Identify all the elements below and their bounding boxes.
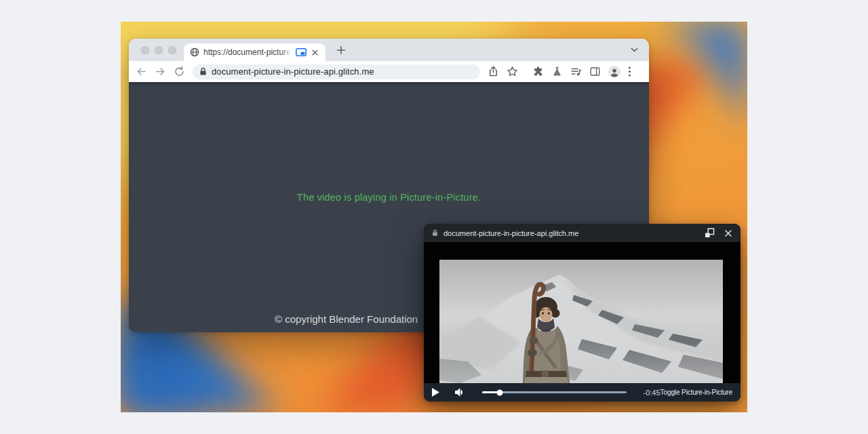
kebab-menu-icon	[628, 66, 631, 77]
extensions-puzzle-icon	[532, 66, 544, 77]
side-panel-icon	[589, 66, 601, 77]
forward-button[interactable]	[155, 66, 166, 77]
pip-titlebar[interactable]: document-picture-in-picture-api.glitch.m…	[424, 224, 741, 242]
address-bar[interactable]: document-picture-in-picture-api.glitch.m…	[193, 64, 480, 79]
video-controls: -0:45 Toggle Picture-in-Picture	[424, 383, 741, 401]
profile-button[interactable]	[608, 66, 620, 78]
back-arrow-icon	[136, 66, 147, 77]
volume-icon	[454, 387, 465, 397]
extensions-button[interactable]	[532, 66, 544, 77]
new-tab-plus-icon[interactable]	[336, 45, 346, 55]
share-button[interactable]	[488, 66, 499, 77]
video-frame	[439, 260, 723, 383]
pip-indicator-icon	[296, 48, 307, 56]
flask-extension-button[interactable]	[551, 66, 563, 77]
bookmark-button[interactable]	[507, 66, 518, 77]
copyright-text: © copyright Blender Foundation	[275, 313, 418, 325]
globe-icon	[190, 47, 199, 57]
seek-bar[interactable]	[482, 391, 627, 393]
flask-extension-icon	[551, 66, 563, 77]
address-url: document-picture-in-picture-api.glitch.m…	[212, 66, 374, 77]
media-controls-icon	[570, 66, 582, 77]
volume-button[interactable]	[454, 387, 465, 397]
back-button[interactable]	[136, 66, 147, 77]
window-zoom-button[interactable]	[168, 46, 176, 54]
desktop: https://document-picture-	[121, 22, 747, 412]
pip-video-area[interactable]	[424, 242, 741, 383]
pip-title-url: document-picture-in-picture-api.glitch.m…	[443, 229, 699, 237]
close-icon[interactable]	[724, 229, 732, 237]
browser-tab[interactable]: https://document-picture-	[184, 43, 326, 61]
time-remaining: -0:45	[643, 389, 660, 397]
toggle-pip-button[interactable]: Toggle Picture-in-Picture	[660, 389, 732, 396]
forward-arrow-icon	[155, 66, 166, 77]
tab-close-icon[interactable]	[311, 48, 319, 57]
window-controls	[141, 46, 176, 54]
tab-strip: https://document-picture-	[129, 39, 649, 61]
star-icon	[507, 66, 518, 77]
share-icon	[488, 66, 499, 77]
side-panel-button[interactable]	[589, 66, 601, 77]
reload-icon	[174, 66, 185, 77]
lock-icon	[199, 67, 207, 76]
pip-window: document-picture-in-picture-api.glitch.m…	[424, 224, 741, 401]
play-button[interactable]	[432, 388, 439, 397]
window-close-button[interactable]	[141, 46, 149, 54]
seek-thumb[interactable]	[497, 389, 503, 395]
menu-button[interactable]	[628, 66, 631, 77]
back-to-tab-icon[interactable]	[705, 228, 715, 238]
chevron-down-icon[interactable]	[631, 47, 638, 52]
window-minimize-button[interactable]	[155, 46, 163, 54]
lock-icon	[432, 229, 438, 237]
tab-title: https://document-picture-	[203, 47, 292, 57]
reload-button[interactable]	[174, 66, 185, 77]
media-controls-button[interactable]	[570, 66, 582, 77]
profile-avatar-icon	[608, 66, 620, 78]
play-icon	[432, 388, 439, 397]
pip-status-message: The video is playing in Picture-in-Pictu…	[129, 192, 649, 203]
browser-toolbar: document-picture-in-picture-api.glitch.m…	[129, 61, 649, 82]
